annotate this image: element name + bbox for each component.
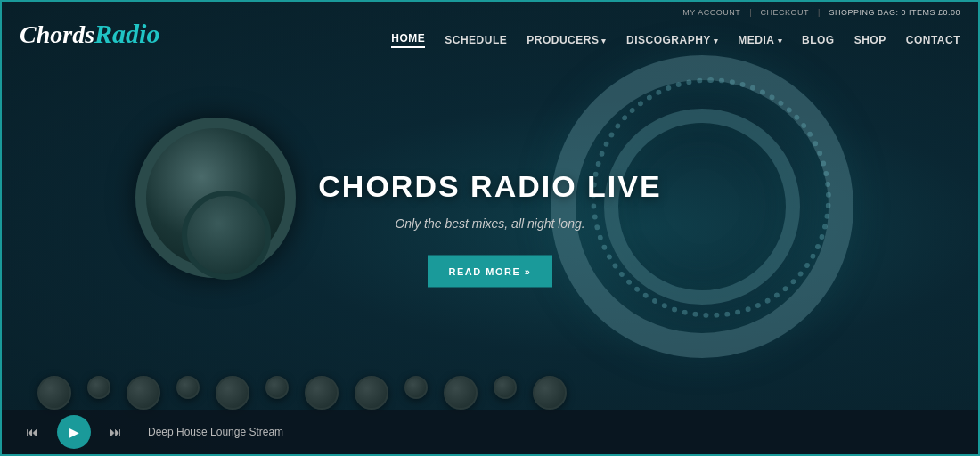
read-more-button[interactable]: READ MORE » <box>428 256 553 288</box>
play-button[interactable]: ▶ <box>57 415 91 449</box>
mixer-knob <box>127 376 160 410</box>
mixer-knob <box>533 376 567 410</box>
mixer-knob <box>265 376 289 399</box>
hero-content: CHORDS RADIO LIVE Only the best mixes, a… <box>267 169 713 288</box>
mixer-area <box>2 376 978 410</box>
nav-item-producers[interactable]: PRODUCERS <box>527 34 607 46</box>
mixer-knob <box>355 376 388 410</box>
logo[interactable]: ChordsRadio <box>20 19 159 49</box>
header: ChordsRadio HOME SCHEDULE PRODUCERS DISC… <box>2 2 978 66</box>
nav-item-contact[interactable]: CONTACT <box>906 34 960 46</box>
hero-title: CHORDS RADIO LIVE <box>267 169 713 204</box>
mech-inner <box>182 191 271 280</box>
mixer-knob <box>494 376 517 399</box>
mixer-knob <box>87 376 110 399</box>
nav-item-media[interactable]: MEDIA <box>738 34 782 46</box>
nav-item-shop[interactable]: SHOP <box>854 34 886 46</box>
nav-item-discography[interactable]: DISCOGRAPHY <box>626 34 718 46</box>
play-icon: ▶ <box>69 425 79 439</box>
mixer-knob <box>37 376 71 410</box>
next-icon: ⏭ <box>110 425 122 439</box>
nav-item-home[interactable]: HOME <box>391 32 425 48</box>
nav-item-blog[interactable]: BLOG <box>802 34 835 46</box>
mixer-knob <box>216 376 249 410</box>
prev-button[interactable]: ⏮ <box>20 419 45 444</box>
mixer-knob <box>404 376 428 399</box>
mixer-knob <box>305 376 339 410</box>
logo-radio: Radio <box>94 19 159 48</box>
hero-subtitle: Only the best mixes, all night long. <box>267 216 713 231</box>
track-name: Deep House Lounge Stream <box>148 426 283 438</box>
main-nav: HOME SCHEDULE PRODUCERS DISCOGRAPHY MEDI… <box>391 32 960 48</box>
logo-chords: Chords <box>20 20 94 48</box>
mixer-knob <box>176 376 200 399</box>
audio-player: ⏮ ▶ ⏭ Deep House Lounge Stream <box>2 410 978 454</box>
mixer-knob <box>444 376 478 410</box>
page-wrapper: MY ACCOUNT | CHECKOUT | SHOPPING BAG: 0 … <box>0 0 980 456</box>
next-button[interactable]: ⏭ <box>103 419 128 444</box>
prev-icon: ⏮ <box>26 425 38 439</box>
nav-item-schedule[interactable]: SCHEDULE <box>445 34 507 46</box>
